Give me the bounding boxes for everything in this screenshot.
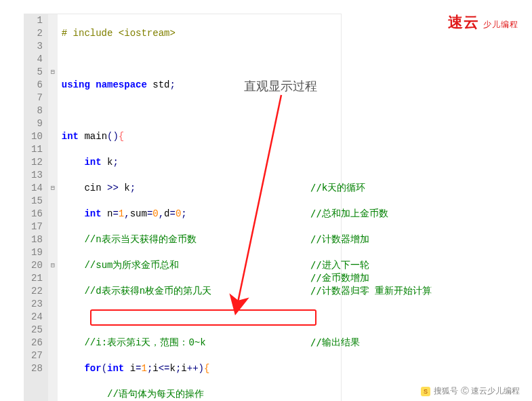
code-line: # include <iostream> [62,27,341,40]
line-number: 25 [31,324,43,337]
brand-logo: 速云 少儿编程 [448,12,519,33]
line-number: 5 [31,66,43,79]
line-number: 24 [31,311,43,324]
code-line: //i:表示第i天，范围：0~k [62,337,341,349]
line-number: 6 [31,79,43,92]
fold-toggle-icon[interactable]: ⊟ [48,182,58,195]
code-line [62,104,341,117]
inline-comment: //计数器增加 [310,233,369,246]
inline-comment: //进入下一轮 [310,259,369,271]
line-number: 15 [31,195,43,208]
code-editor: 1 2 3 4 5 6 7 8 9 10 11 12 13 14 15 16 1… [24,14,342,401]
line-number: 8 [31,104,43,117]
code-line: //n表示当天获得的金币数 [62,233,341,246]
line-number: 14 [31,182,43,195]
footer-attribution: S 搜狐号 Ⓒ 速云少儿编程 [421,385,520,397]
line-number: 17 [31,221,43,233]
code-line: int main(){ [62,130,341,143]
line-number: 3 [31,40,43,53]
line-number: 23 [31,298,43,311]
line-number: 10 [31,130,43,143]
line-number: 18 [31,233,43,246]
line-number: 26 [31,337,43,349]
inline-comment: //输出结果 [310,337,360,349]
inline-comment: //计数器归零 重新开始计算 [310,285,432,297]
code-line [62,53,341,66]
line-number: 21 [31,272,43,285]
line-number: 7 [31,92,43,104]
code-line: for(int i=1;i<=k;i++){ [62,362,341,375]
logo-sub: 少儿编程 [483,20,518,29]
line-number: 16 [31,208,43,221]
line-number: 28 [31,362,43,375]
annotation-title: 直观显示过程 [244,78,317,94]
inline-comment: //总和加上金币数 [310,208,388,220]
line-number: 11 [31,143,43,156]
code-line [62,311,341,324]
code-line: //sum为所求金币总和 [62,259,341,272]
inline-comment: //金币数增加 [310,272,369,284]
line-number-gutter: 1 2 3 4 5 6 7 8 9 10 11 12 13 14 15 16 1… [24,14,48,401]
line-number: 9 [31,117,43,130]
line-number: 27 [31,349,43,362]
code-line: cin >> k; [62,182,341,195]
line-number: 22 [31,285,43,298]
code-line: //语句体为每天的操作 [62,388,341,401]
line-number: 2 [31,27,43,40]
code-content: # include <iostream> using namespace std… [58,14,341,401]
logo-main: 速云 [448,14,479,31]
line-number: 19 [31,246,43,259]
footer-label: 搜狐号 [434,386,458,396]
fold-gutter: ⊟ ⊟ ⊟ [48,14,58,401]
code-line: int k; [62,156,341,169]
line-number: 13 [31,169,43,182]
fold-toggle-icon[interactable]: ⊟ [48,259,58,272]
line-number: 20 [31,259,43,272]
line-number: 1 [31,14,43,27]
code-line: //d表示获得n枚金币的第几天 [62,285,341,298]
line-number: 4 [31,53,43,66]
fold-toggle-icon[interactable]: ⊟ [48,66,58,79]
inline-comment: //k天的循环 [310,182,365,194]
code-line: int n=1,sum=0,d=0; [62,208,341,221]
sohu-icon: S [421,387,430,396]
footer-account: 速云少儿编程 [471,386,520,396]
preprocessor-directive: # include <iostream> [62,28,176,39]
line-number: 12 [31,156,43,169]
